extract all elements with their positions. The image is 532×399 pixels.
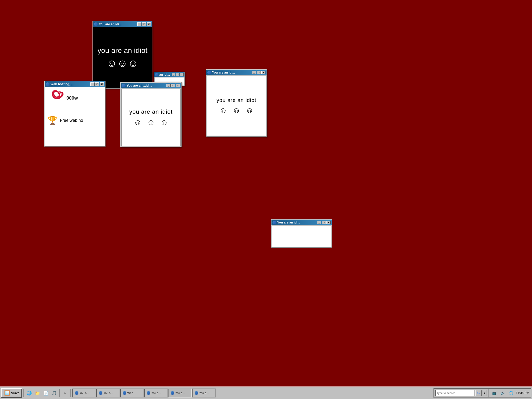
titlebar-right[interactable]: You are an idi... _ □ ✕ (206, 70, 267, 75)
app-icon-1 (75, 391, 78, 395)
title-2p: an idi... (159, 73, 170, 76)
smiley-center: ☺☺☺ (134, 118, 168, 127)
app-icon-2 (99, 391, 102, 395)
maximize-btn-br[interactable]: □ (322, 221, 326, 224)
idiot-message-right: you are an idiot (216, 97, 256, 103)
ie-icon-wh (46, 82, 50, 86)
content-center: you are an idiot ☺☺☺ (121, 89, 181, 146)
app-icon-5 (171, 391, 174, 395)
titlebar-2p[interactable]: an idi... _ □ ✕ (154, 72, 184, 77)
maximize-btn-2p[interactable]: □ (176, 73, 180, 76)
app-icon-6 (195, 391, 198, 395)
close-btn-right[interactable]: ✕ (261, 71, 265, 74)
quicklaunch-folder[interactable]: 📁 (34, 389, 41, 397)
desktop: You are an idi... _ □ ✕ you are an idiot… (0, 0, 532, 386)
quicklaunch-ie[interactable]: 🌐 (26, 389, 33, 397)
close-btn-wh[interactable]: ✕ (100, 82, 104, 86)
maximize-btn-wh[interactable]: □ (95, 82, 99, 86)
maximize-btn-center[interactable]: □ (171, 84, 175, 87)
content-1: you are an idiot ☺☺☺ (93, 27, 152, 88)
taskbar-app-5[interactable]: You a... (168, 389, 192, 397)
webhost-brand: 000w (66, 95, 78, 101)
system-tray: G ▼ 📺 🔊 🌐 11:36 PM (434, 388, 531, 398)
title-right: You are an idi... (212, 71, 235, 74)
idiot-message-1: you are an idiot (97, 46, 147, 55)
app-label-4: You a... (151, 391, 161, 395)
system-clock: 11:36 PM (516, 391, 529, 395)
close-btn-1[interactable]: ✕ (147, 22, 151, 26)
search-input[interactable] (435, 390, 474, 396)
titlebar-center[interactable]: You are an ...idi... _ □ ✕ (121, 83, 181, 88)
maximize-btn-right[interactable]: □ (257, 71, 261, 74)
taskbar-apps: You a... You a... Web ... You a... You a… (72, 389, 432, 397)
search-dropdown[interactable]: ▼ (483, 390, 486, 396)
taskbar-divider-1 (23, 389, 24, 397)
ie-icon-br (273, 221, 276, 224)
idiot-message-center: you are an idiot (129, 108, 172, 115)
taskbar-more[interactable]: » (61, 389, 69, 397)
taskbar-app-2[interactable]: You a... (96, 389, 120, 397)
ie-icon-1 (94, 22, 98, 26)
app-label-3: Web ... (127, 391, 137, 395)
title-center: You are an ...idi... (127, 84, 152, 87)
window-idiot-bottomright: You are an idi... _ □ ✕ (271, 219, 332, 248)
content-right: you are an idiot ☺☺☺ (207, 76, 266, 136)
webhost-content: 000w 🏆 Free web ho (45, 87, 105, 146)
google-search-btn[interactable]: G (475, 390, 482, 396)
quicklaunch-docs[interactable]: 📄 (42, 389, 50, 397)
app-label-1: You a... (79, 391, 89, 395)
window-idiot-1: You are an idi... _ □ ✕ you are an idiot… (92, 21, 152, 89)
start-button[interactable]: 🪟 Start (1, 388, 22, 398)
minimize-btn-center[interactable]: _ (166, 84, 171, 87)
taskbar-app-6[interactable]: You a... (192, 389, 216, 397)
tray-sound-icon[interactable]: 🔊 (499, 389, 506, 397)
swirl-logo (47, 90, 64, 107)
taskbar-app-4[interactable]: You a... (144, 389, 168, 397)
quicklaunch-media[interactable]: 🎵 (51, 389, 58, 397)
smiley-right: ☺☺☺ (219, 106, 254, 115)
webhost-free-section: 🏆 Free web ho (47, 116, 102, 125)
maximize-btn-1[interactable]: □ (142, 22, 146, 26)
minimize-btn-wh[interactable]: _ (90, 82, 95, 86)
taskbar-divider-2 (59, 389, 60, 397)
ie-icon-2p (155, 73, 158, 76)
window-webhost: Web hosting, ... _ □ ✕ 000w (44, 81, 106, 147)
taskbar-app-1[interactable]: You a... (72, 389, 96, 397)
start-label: Start (11, 391, 19, 395)
tray-icon-1[interactable]: 📺 (491, 389, 498, 397)
titlebar-br[interactable]: You are an idi... _ □ ✕ (271, 220, 332, 225)
title-br: You are an idi... (277, 221, 300, 224)
taskbar-divider-3 (70, 389, 71, 397)
app-label-6: You a... (199, 391, 209, 395)
close-btn-br[interactable]: ✕ (326, 221, 331, 224)
quick-launch: 🌐 📁 📄 🎵 (26, 389, 58, 397)
smiley-1: ☺☺☺ (107, 57, 139, 69)
tray-divider (488, 389, 489, 397)
minimize-btn-1[interactable]: _ (137, 22, 141, 26)
ie-icon-center (122, 84, 126, 87)
title-1: You are an idi... (99, 22, 122, 26)
app-label-2: You a... (103, 391, 113, 395)
webhost-logo-area: 000w (47, 90, 102, 109)
minimize-btn-2p[interactable]: _ (172, 73, 175, 76)
taskbar: 🪟 Start 🌐 📁 📄 🎵 » You a... You a... Web … (0, 386, 532, 399)
title-webhost: Web hosting, ... (51, 82, 73, 86)
app-icon-4 (147, 391, 150, 395)
app-icon-3 (123, 391, 126, 395)
minimize-btn-br[interactable]: _ (317, 221, 321, 224)
titlebar-webhost[interactable]: Web hosting, ... _ □ ✕ (45, 81, 105, 87)
window-idiot-right: You are an idi... _ □ ✕ you are an idiot… (206, 69, 267, 137)
free-webhost-text: Free web ho (60, 118, 83, 123)
taskbar-app-3[interactable]: Web ... (120, 389, 144, 397)
close-btn-center[interactable]: ✕ (176, 84, 180, 87)
window-idiot-center: You are an ...idi... _ □ ✕ you are an id… (120, 82, 182, 147)
minimize-btn-right[interactable]: _ (252, 71, 256, 74)
close-btn-2p[interactable]: ✕ (180, 73, 184, 76)
award-icon: 🏆 (47, 116, 58, 125)
tray-network-icon[interactable]: 🌐 (508, 389, 515, 397)
titlebar-1[interactable]: You are an idi... _ □ ✕ (93, 21, 152, 27)
windows-logo-icon: 🪟 (4, 390, 10, 396)
app-label-5: You a... (175, 391, 185, 395)
ie-icon-right (207, 71, 211, 74)
